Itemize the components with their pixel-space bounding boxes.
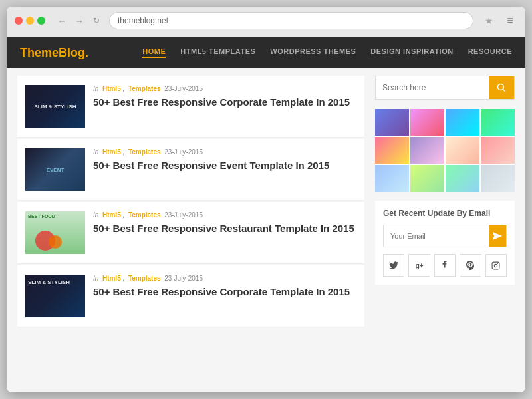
post-title-1[interactable]: 50+ Best Free Responsive Corporate Templ… xyxy=(93,96,356,109)
post-title-2[interactable]: 50+ Best Free Responsive Event Template … xyxy=(93,159,356,172)
post-title-4[interactable]: 50+ Best Free Responsive Corporate Templ… xyxy=(93,285,356,299)
instagram-button[interactable] xyxy=(485,254,507,277)
grid-cell xyxy=(375,109,409,136)
browser-chrome: ← → ↻ themeblog.net ★ ≡ xyxy=(7,7,525,37)
search-widget xyxy=(375,76,515,100)
post-date-4: 23-July-2015 xyxy=(164,275,203,282)
cat-link-4[interactable]: Html5 xyxy=(102,275,121,282)
svg-point-5 xyxy=(497,263,498,263)
logo-text: ThemeBlog xyxy=(20,46,85,59)
close-button[interactable] xyxy=(15,17,23,25)
social-icons: g+ xyxy=(383,254,507,277)
grid-cell xyxy=(375,165,409,192)
pinterest-button[interactable] xyxy=(460,254,481,277)
facebook-button[interactable] xyxy=(434,254,456,277)
browser-controls: ← → ↻ themeblog.net ★ ≡ xyxy=(15,12,517,29)
subcat-link-4[interactable]: Templates xyxy=(128,275,161,282)
google-plus-button[interactable]: g+ xyxy=(408,254,430,277)
browser-window: ← → ↻ themeblog.net ★ ≡ ThemeBlog. HOME … xyxy=(7,7,525,392)
cat-prefix-3: In xyxy=(93,211,98,219)
food-label: BEST FOOD xyxy=(28,214,55,219)
bookmark-button[interactable]: ★ xyxy=(481,13,496,28)
subcat-link-2[interactable]: Templates xyxy=(128,148,161,156)
posts-list: SLIM & STYLISH In Html5 , Templates 23-J… xyxy=(17,76,364,384)
svg-point-0 xyxy=(498,84,504,90)
grid-cell xyxy=(410,165,444,192)
address-bar[interactable]: themeblog.net xyxy=(109,12,473,29)
facebook-icon xyxy=(442,261,448,270)
search-button[interactable] xyxy=(489,76,514,99)
email-form xyxy=(383,225,507,247)
email-input[interactable] xyxy=(384,225,489,247)
grid-cell xyxy=(481,165,515,192)
nav-design[interactable]: DESIGN INSPIRATION xyxy=(370,47,453,58)
forward-button[interactable]: → xyxy=(72,13,86,28)
svg-line-1 xyxy=(503,90,506,92)
twitter-button[interactable] xyxy=(383,254,404,277)
list-item: EVENT In Html5 , Templates 23-July-2015 … xyxy=(17,139,364,201)
food-thumb: BEST FOOD xyxy=(25,211,85,254)
logo-dot: . xyxy=(85,46,88,59)
nav-wordpress[interactable]: WORDPRESS THEMES xyxy=(270,47,356,58)
post-categories-2: In Html5 , Templates 23-July-2015 xyxy=(93,148,356,156)
post-date-1: 23-July-2015 xyxy=(164,85,203,92)
post-date-3: 23-July-2015 xyxy=(164,211,203,219)
pinterest-icon xyxy=(466,261,474,270)
search-icon xyxy=(497,83,506,92)
back-button[interactable]: ← xyxy=(55,13,69,28)
post-date-2: 23-July-2015 xyxy=(164,148,203,156)
grid-images xyxy=(375,109,515,192)
site-nav: HOME HTML5 TEMPLATES WORDPRESS THEMES DE… xyxy=(142,47,512,58)
cat-link-2[interactable]: Html5 xyxy=(102,148,121,156)
cat-prefix-2: In xyxy=(93,148,98,156)
subcat-link-3[interactable]: Templates xyxy=(128,211,161,219)
site-header: ThemeBlog. HOME HTML5 TEMPLATES WORDPRES… xyxy=(7,37,525,68)
post-thumbnail: SLIM & STYLISH xyxy=(25,85,85,128)
post-meta-2: In Html5 , Templates 23-July-2015 50+ Be… xyxy=(93,148,356,172)
subcat-link-1[interactable]: Templates xyxy=(128,85,161,92)
svg-rect-3 xyxy=(492,262,499,269)
grid-cell xyxy=(446,109,479,136)
cat-link-3[interactable]: Html5 xyxy=(102,211,121,219)
grid-cell xyxy=(375,137,409,164)
grid-cell xyxy=(410,109,444,136)
nav-html5[interactable]: HTML5 TEMPLATES xyxy=(180,47,255,58)
cat-link-1[interactable]: Html5 xyxy=(102,85,121,92)
post-title-3[interactable]: 50+ Best Free Responsive Restaurant Temp… xyxy=(93,222,356,235)
window-buttons xyxy=(15,17,45,25)
post-categories-3: In Html5 , Templates 23-July-2015 xyxy=(93,211,356,219)
cat-prefix-4: In xyxy=(93,275,98,282)
post-thumbnail-4: SLIM & STYLISH xyxy=(25,275,85,317)
list-item: SLIM & STYLISH In Html5 , Templates 23-J… xyxy=(17,76,364,138)
grid-cell xyxy=(446,165,479,192)
grid-images-panel xyxy=(375,109,515,192)
nav-arrows: ← → ↻ xyxy=(55,13,104,28)
cat-comma-1: , xyxy=(122,85,124,92)
email-submit-button[interactable] xyxy=(489,225,506,247)
post-thumbnail-2: EVENT xyxy=(25,148,85,191)
site-body: SLIM & STYLISH In Html5 , Templates 23-J… xyxy=(7,68,525,392)
refresh-button[interactable]: ↻ xyxy=(89,13,104,28)
cat-comma-3: , xyxy=(122,211,124,219)
post-categories-1: In Html5 , Templates 23-July-2015 xyxy=(93,85,356,92)
list-item: BEST FOOD In Html5 , Templates 23-July-2… xyxy=(17,202,364,264)
send-icon xyxy=(493,232,502,240)
nav-home[interactable]: HOME xyxy=(142,47,166,58)
site-logo: ThemeBlog. xyxy=(20,46,88,60)
twitter-icon xyxy=(389,261,398,269)
search-input[interactable] xyxy=(376,76,489,99)
email-widget: Get Recent Update By Email xyxy=(375,201,515,285)
svg-marker-2 xyxy=(493,232,502,240)
instagram-icon xyxy=(491,261,500,270)
cat-comma-4: , xyxy=(122,275,124,282)
list-item: SLIM & STYLISH In Html5 , Templates 23-J… xyxy=(17,265,364,327)
cat-prefix-1: In xyxy=(93,85,98,92)
maximize-button[interactable] xyxy=(37,17,45,25)
minimize-button[interactable] xyxy=(26,17,34,25)
thumb-label-1: SLIM & STYLISH xyxy=(31,101,78,112)
thumb-label-4: SLIM & STYLISH xyxy=(25,277,72,288)
browser-menu-button[interactable]: ≡ xyxy=(503,13,517,28)
url-text: themeblog.net xyxy=(118,16,168,25)
post-meta-1: In Html5 , Templates 23-July-2015 50+ Be… xyxy=(93,85,356,109)
nav-resource[interactable]: RESOURCE xyxy=(468,47,512,58)
